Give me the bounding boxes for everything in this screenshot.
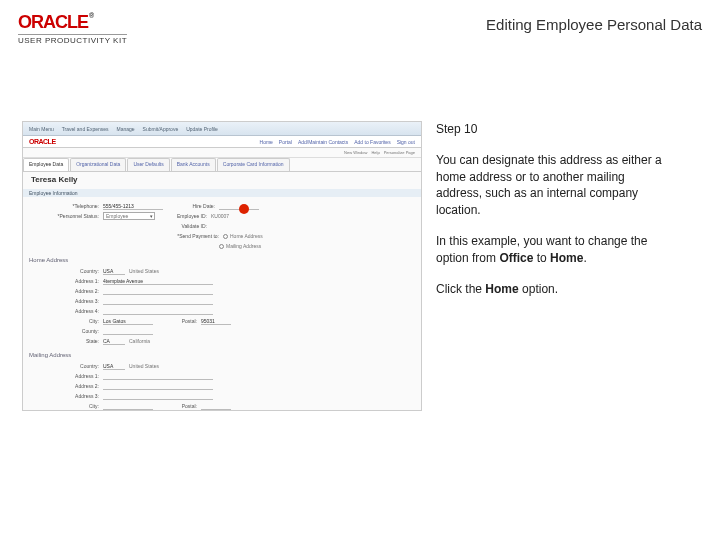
input-maddress3[interactable] xyxy=(103,393,213,400)
input-county[interactable] xyxy=(103,328,153,335)
step-label: Step 10 xyxy=(436,121,664,138)
step-marker-icon xyxy=(239,204,249,214)
app-screenshot: Main Menu Travel and Expenses Manage Sub… xyxy=(22,121,422,411)
instruction-panel: Step 10 You can designate this address a… xyxy=(422,121,682,411)
instruction-p1: You can designate this address as either… xyxy=(436,152,664,219)
input-address4[interactable] xyxy=(103,308,213,315)
nav-home[interactable]: Home xyxy=(260,139,273,145)
label-emp-id: Employee ID: xyxy=(159,213,207,219)
label-status: *Personnel Status: xyxy=(31,213,99,219)
input-maddress1[interactable] xyxy=(103,373,213,380)
input-address3[interactable] xyxy=(103,298,213,305)
employee-name: Teresa Kelly xyxy=(23,172,421,187)
label-send-payment: *Send Payment to: xyxy=(159,233,219,239)
section-home-addr: Home Address xyxy=(29,257,421,263)
input-address1[interactable]: 4template Avenue xyxy=(103,278,213,285)
tab-employee-data[interactable]: Employee Data xyxy=(23,158,69,171)
upk-subtitle: USER PRODUCTIVITY KIT xyxy=(18,34,127,45)
radio-home[interactable]: Home Address xyxy=(223,233,263,239)
page-header: ORACLE® USER PRODUCTIVITY KIT Editing Em… xyxy=(0,0,720,51)
page-title: Editing Employee Personal Data xyxy=(486,16,702,33)
input-mpostal[interactable] xyxy=(201,403,231,410)
app-header-bar: ORACLE Home Portal Add/Maintain Contacts… xyxy=(23,136,421,148)
tab-org-data[interactable]: Organizational Data xyxy=(70,158,126,171)
tab-corp-card[interactable]: Corporate Card Information xyxy=(217,158,290,171)
nav-portal[interactable]: Portal xyxy=(279,139,292,145)
app-nav: Home Portal Add/Maintain Contacts Add to… xyxy=(260,139,415,145)
input-city[interactable]: Los Gatos xyxy=(103,318,153,325)
select-status[interactable]: Employee xyxy=(103,212,155,220)
value-emp-id: KU0007 xyxy=(211,213,229,219)
input-maddress2[interactable] xyxy=(103,383,213,390)
section-mailing-addr: Mailing Address xyxy=(29,352,421,358)
nav-favorites[interactable]: Add to Favorites xyxy=(354,139,390,145)
tab-row: Employee Data Organizational Data User D… xyxy=(23,158,421,172)
tab-user-defaults[interactable]: User Defaults xyxy=(127,158,169,171)
breadcrumb: Main Menu Travel and Expenses Manage Sub… xyxy=(23,122,421,136)
content-area: Main Menu Travel and Expenses Manage Sub… xyxy=(0,121,720,411)
input-country[interactable]: USA xyxy=(103,268,125,275)
label-hire-date: Hire Date: xyxy=(167,203,215,209)
input-mcountry[interactable]: USA xyxy=(103,363,125,370)
nav-contacts[interactable]: Add/Maintain Contacts xyxy=(298,139,348,145)
home-addr-form: Country:USAUnited States Address 1:4temp… xyxy=(23,264,421,348)
input-address2[interactable] xyxy=(103,288,213,295)
mailing-addr-form: Country:USAUnited States Address 1: Addr… xyxy=(23,359,421,411)
nav-signout[interactable]: Sign out xyxy=(397,139,415,145)
emp-info-form: *Telephone: 555/455-1213 Hire Date: *Per… xyxy=(23,199,421,253)
section-emp-info: Employee Information xyxy=(23,189,421,197)
input-postal[interactable]: 95031 xyxy=(201,318,231,325)
input-telephone[interactable]: 555/455-1213 xyxy=(103,203,163,210)
oracle-logo: ORACLE® xyxy=(18,12,127,33)
instruction-p2: In this example, you want to change the … xyxy=(436,233,664,267)
instruction-p3: Click the Home option. xyxy=(436,281,664,298)
label-validate-id: Validate ID: xyxy=(159,223,207,229)
radio-mailing[interactable]: Mailing Address xyxy=(219,243,261,249)
input-mcity[interactable] xyxy=(103,403,153,410)
label-telephone: *Telephone: xyxy=(31,203,99,209)
app-logo: ORACLE xyxy=(29,138,56,145)
oracle-logo-group: ORACLE® USER PRODUCTIVITY KIT xyxy=(18,12,127,45)
tab-bank-accounts[interactable]: Bank Accounts xyxy=(171,158,216,171)
app-subbar: New Window Help Personalize Page xyxy=(23,148,421,158)
input-state[interactable]: CA xyxy=(103,338,125,345)
